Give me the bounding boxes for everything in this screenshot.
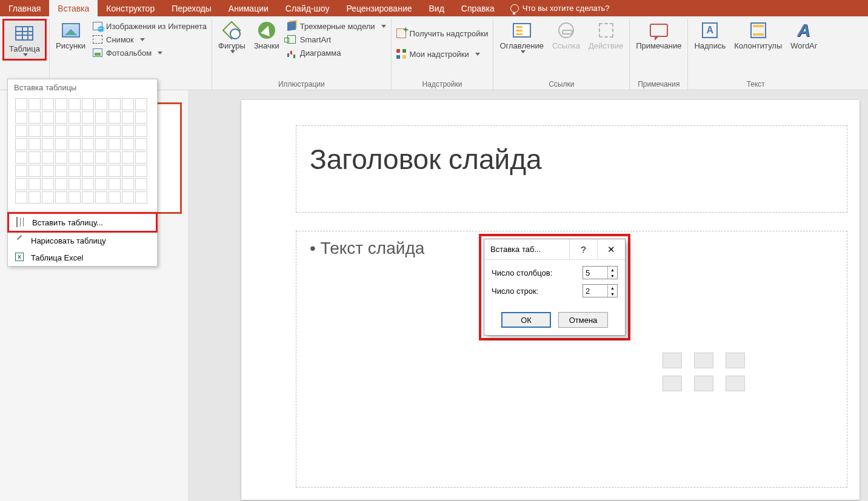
- rows-decrement[interactable]: ▼: [608, 291, 617, 297]
- columns-input[interactable]: [583, 267, 607, 279]
- table-grid-icon: [16, 217, 18, 227]
- tab-slideshow[interactable]: Слайд-шоу: [277, 0, 338, 16]
- tab-design[interactable]: Конструктор: [98, 0, 163, 16]
- rows-increment[interactable]: ▲: [608, 285, 617, 291]
- chart-icon: [287, 48, 296, 57]
- draw-table-label: Нарисовать таблицу: [31, 236, 106, 245]
- smartart-button[interactable]: SmartArt: [284, 33, 389, 45]
- group-links-label: Ссылки: [549, 80, 574, 88]
- columns-label: Число столбцов:: [492, 268, 578, 277]
- ok-button[interactable]: ОК: [501, 312, 551, 328]
- my-addins-button[interactable]: Мои надстройки: [394, 48, 491, 60]
- dialog-title: Вставка таб...: [484, 245, 569, 254]
- chevron-down-icon: [230, 50, 235, 53]
- columns-decrement[interactable]: ▼: [608, 273, 617, 279]
- chevron-down-icon: [23, 53, 28, 56]
- link-label: Ссылка: [552, 42, 580, 50]
- group-illustrations: Фигуры Значки Трехмерные модели SmartArt: [212, 19, 392, 90]
- rows-label: Число строк:: [492, 287, 578, 296]
- slide-title-placeholder[interactable]: Заголовок слайда: [296, 125, 847, 213]
- dialog-titlebar[interactable]: Вставка таб... ? ✕: [484, 239, 625, 260]
- shapes-icon: [222, 21, 241, 39]
- slide-title-text: Заголовок слайда: [310, 144, 542, 175]
- table-button-label: Таблица: [9, 45, 40, 53]
- columns-increment[interactable]: ▲: [608, 267, 617, 273]
- draw-table-menu-item[interactable]: Нарисовать таблицу: [8, 232, 157, 249]
- header-footer-label: Колонтитулы: [734, 42, 782, 50]
- cube-icon: [287, 21, 296, 31]
- online-pictures-label: Изображения из Интернета: [106, 22, 207, 31]
- excel-table-menu-item[interactable]: X Таблица Excel: [8, 249, 157, 266]
- insert-table-menu-item[interactable]: Вставить таблицу...: [7, 212, 158, 233]
- tab-home[interactable]: Главная: [0, 0, 49, 16]
- excel-icon: X: [15, 253, 24, 261]
- group-addins: Получить надстройки Мои надстройки Надст…: [392, 19, 494, 90]
- group-comments: Примечание Примечания: [630, 19, 688, 90]
- table-dropdown-menu: Вставка таблицы Вставить таблицу... Нари…: [7, 79, 158, 267]
- tab-transitions[interactable]: Переходы: [163, 0, 220, 16]
- ph-picture-icon[interactable]: [663, 376, 682, 391]
- icons-button[interactable]: Значки: [250, 19, 283, 51]
- ph-online-picture-icon[interactable]: [694, 376, 713, 391]
- lightbulb-icon: [510, 4, 519, 13]
- photo-album-icon: [93, 48, 102, 57]
- rows-input[interactable]: [583, 285, 607, 297]
- highlight-dialog: Вставка таб... ? ✕ Число столбцов: ▲ ▼ Ч…: [479, 234, 630, 340]
- textbox-button[interactable]: A Надпись: [690, 19, 729, 51]
- action-button[interactable]: Действие: [585, 19, 627, 51]
- tell-me-search[interactable]: Что вы хотите сделать?: [503, 0, 617, 16]
- smartart-label: SmartArt: [300, 35, 331, 44]
- table-dropdown-title: Вставка таблицы: [8, 79, 157, 96]
- highlight-table-button: Таблица: [2, 19, 47, 61]
- columns-spinbox[interactable]: ▲ ▼: [583, 266, 618, 279]
- tab-insert[interactable]: Вставка: [49, 0, 98, 16]
- comment-button[interactable]: Примечание: [632, 19, 685, 51]
- menu-separator: [8, 211, 157, 211]
- 3d-models-button[interactable]: Трехмерные модели: [284, 20, 389, 32]
- photo-album-label: Фотоальбом: [106, 48, 152, 58]
- tab-animations[interactable]: Анимации: [220, 0, 277, 16]
- tab-view[interactable]: Вид: [421, 0, 453, 16]
- header-footer-button[interactable]: Колонтитулы: [730, 19, 786, 51]
- table-button[interactable]: Таблица: [5, 22, 44, 58]
- chart-button[interactable]: Диаграмма: [284, 47, 389, 59]
- wordart-button[interactable]: A WordAr: [787, 19, 821, 51]
- chevron-down-icon: [140, 38, 145, 41]
- content-placeholder-icons: [663, 353, 750, 391]
- tab-help[interactable]: Справка: [453, 0, 503, 16]
- 3d-models-label: Трехмерные модели: [300, 22, 375, 31]
- wordart-label: WordAr: [790, 42, 817, 50]
- group-text: A Надпись Колонтитулы A WordAr Текст: [688, 19, 823, 90]
- ph-table-icon[interactable]: [663, 353, 682, 368]
- screenshot-icon: [93, 35, 102, 44]
- zoom-toc-button[interactable]: Оглавление: [496, 19, 547, 55]
- online-pictures-button[interactable]: Изображения из Интернета: [90, 20, 209, 32]
- get-addins-icon: [396, 28, 406, 38]
- ph-chart-icon[interactable]: [694, 353, 713, 368]
- rows-spinbox[interactable]: ▲ ▼: [583, 284, 618, 297]
- online-pictures-icon: [93, 22, 102, 30]
- summary-zoom-icon: [513, 23, 531, 38]
- excel-table-label: Таблица Excel: [31, 253, 83, 262]
- dialog-close-button[interactable]: ✕: [597, 239, 625, 259]
- chevron-down-icon: [475, 53, 480, 56]
- cancel-button[interactable]: Отмена: [558, 312, 608, 328]
- get-addins-button[interactable]: Получить надстройки: [394, 27, 491, 39]
- ph-video-icon[interactable]: [726, 376, 745, 391]
- pictures-button[interactable]: Рисунки: [52, 19, 89, 51]
- dialog-body: Число столбцов: ▲ ▼ Число строк: ▲ ▼: [484, 260, 625, 308]
- ph-smartart-icon[interactable]: [726, 353, 745, 368]
- action-label: Действие: [589, 42, 623, 50]
- tab-review[interactable]: Рецензирование: [338, 0, 420, 16]
- chart-label: Диаграмма: [300, 48, 341, 58]
- chevron-down-icon: [521, 50, 526, 53]
- group-addins-label: Надстройки: [422, 80, 462, 88]
- table-size-grid[interactable]: [8, 96, 157, 210]
- shapes-label: Фигуры: [218, 42, 245, 50]
- screenshot-button[interactable]: Снимок: [90, 33, 209, 45]
- shapes-button[interactable]: Фигуры: [215, 19, 249, 55]
- link-button[interactable]: Ссылка: [549, 19, 584, 51]
- chevron-down-icon: [158, 51, 162, 55]
- dialog-help-button[interactable]: ?: [569, 239, 597, 259]
- photo-album-button[interactable]: Фотоальбом: [90, 47, 209, 59]
